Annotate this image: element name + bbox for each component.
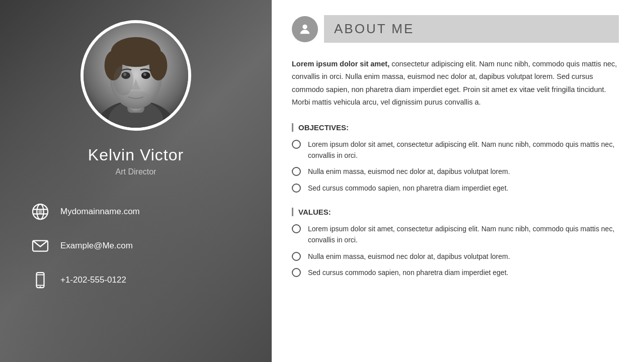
phone-text: +1-202-555-0122 [60, 275, 126, 285]
values-list: Lorem ipsum dolor sit amet, consectetur … [292, 223, 619, 279]
objectives-item-2: Nulla enim massa, euismod nec dolor at, … [292, 166, 619, 177]
svg-point-25 [302, 24, 307, 29]
svg-point-14 [113, 65, 133, 95]
contact-website: Mydomainname.com [30, 202, 242, 222]
section-header: ABOUT ME [292, 15, 619, 43]
values-heading: VALUES: [292, 208, 619, 216]
person-title: Art Director [116, 167, 156, 176]
bullet-circle [292, 224, 301, 233]
phone-icon [30, 270, 50, 290]
person-icon [292, 16, 318, 42]
contact-email: Example@Me.com [30, 236, 242, 256]
objectives-list: Lorem ipsum dolor sit amet, consectetur … [292, 139, 619, 194]
person-name: Kelvin Victor [88, 146, 184, 164]
bullet-circle [292, 268, 301, 277]
about-text: Lorem ipsum dolor sit amet, consectetur … [292, 58, 619, 109]
email-icon [30, 236, 50, 256]
about-bold: Lorem ipsum dolor sit amet, [292, 60, 389, 68]
contact-phone: +1-202-555-0122 [30, 270, 242, 290]
avatar [80, 20, 191, 131]
values-item-3: Sed cursus commodo sapien, non pharetra … [292, 267, 619, 278]
website-text: Mydomainname.com [60, 207, 140, 217]
svg-point-19 [38, 210, 42, 214]
bullet-circle [292, 184, 301, 193]
section-title: ABOUT ME [324, 15, 619, 43]
contact-list: Mydomainname.com Example@Me.com [0, 202, 272, 304]
svg-point-8 [149, 50, 168, 80]
globe-icon [30, 202, 50, 222]
objectives-heading: OBJECTIVES: [292, 123, 619, 132]
values-item-1: Lorem ipsum dolor sit amet, consectetur … [292, 223, 619, 246]
bullet-circle [292, 140, 301, 149]
objectives-item-1: Lorem ipsum dolor sit amet, consectetur … [292, 139, 619, 161]
svg-point-12 [143, 73, 146, 76]
bullet-circle [292, 167, 301, 176]
svg-point-24 [40, 286, 41, 287]
email-text: Example@Me.com [60, 241, 133, 251]
bullet-circle [292, 252, 301, 261]
left-panel: Kelvin Victor Art Director Mydomainname [0, 0, 272, 362]
values-item-2: Nulla enim massa, euismod nec dolor at, … [292, 251, 619, 262]
right-panel: ABOUT ME Lorem ipsum dolor sit amet, con… [272, 0, 644, 362]
objectives-item-3: Sed cursus commodo sapien, non pharetra … [292, 183, 619, 194]
